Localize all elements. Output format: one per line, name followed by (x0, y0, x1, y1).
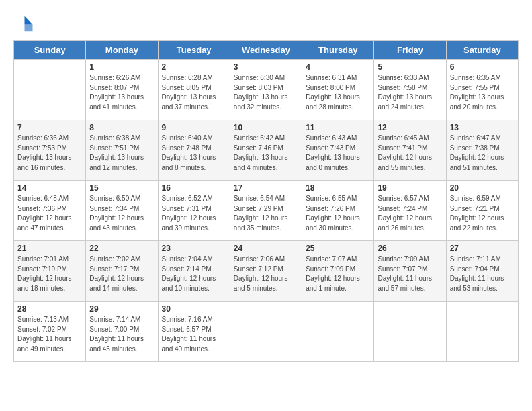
calendar-cell: 8Sunrise: 6:38 AM Sunset: 7:51 PM Daylig… (86, 120, 158, 181)
day-number: 10 (234, 123, 298, 132)
day-info: Sunrise: 7:02 AM Sunset: 7:17 PM Dayligh… (89, 255, 154, 293)
day-number: 18 (306, 183, 370, 193)
day-number: 19 (378, 183, 442, 193)
calendar-cell: 7Sunrise: 6:36 AM Sunset: 7:53 PM Daylig… (14, 120, 86, 181)
day-info: Sunrise: 6:52 AM Sunset: 7:31 PM Dayligh… (162, 194, 226, 233)
day-info: Sunrise: 6:33 AM Sunset: 7:58 PM Dayligh… (378, 73, 442, 112)
svg-marker-0 (25, 16, 33, 25)
calendar-cell: 6Sunrise: 6:35 AM Sunset: 7:55 PM Daylig… (446, 60, 518, 120)
calendar-cell: 1Sunrise: 6:26 AM Sunset: 8:07 PM Daylig… (86, 60, 158, 120)
weekday-header-thursday: Thursday (302, 41, 374, 60)
day-info: Sunrise: 7:16 AM Sunset: 6:57 PM Dayligh… (162, 315, 226, 354)
day-info: Sunrise: 7:14 AM Sunset: 7:00 PM Dayligh… (89, 315, 154, 354)
week-row-1: 1Sunrise: 6:26 AM Sunset: 8:07 PM Daylig… (14, 60, 519, 120)
day-number: 8 (89, 123, 154, 132)
calendar-cell (14, 60, 86, 120)
day-number: 15 (89, 183, 154, 193)
day-number: 25 (306, 244, 370, 253)
day-number: 21 (17, 244, 82, 253)
calendar-cell: 29Sunrise: 7:14 AM Sunset: 7:00 PM Dayli… (86, 302, 158, 362)
calendar-cell: 22Sunrise: 7:02 AM Sunset: 7:17 PM Dayli… (86, 241, 158, 302)
calendar-cell: 28Sunrise: 7:13 AM Sunset: 7:02 PM Dayli… (14, 302, 86, 362)
day-info: Sunrise: 6:57 AM Sunset: 7:24 PM Dayligh… (378, 194, 442, 233)
calendar-cell: 19Sunrise: 6:57 AM Sunset: 7:24 PM Dayli… (374, 181, 446, 241)
day-info: Sunrise: 6:54 AM Sunset: 7:29 PM Dayligh… (234, 194, 298, 233)
weekday-header-tuesday: Tuesday (158, 41, 230, 60)
calendar-cell: 20Sunrise: 6:59 AM Sunset: 7:21 PM Dayli… (446, 181, 518, 241)
day-number: 11 (306, 123, 370, 132)
day-number: 22 (89, 244, 154, 253)
svg-marker-1 (25, 25, 33, 32)
day-info: Sunrise: 6:55 AM Sunset: 7:26 PM Dayligh… (306, 194, 370, 233)
calendar-cell (302, 302, 374, 362)
day-info: Sunrise: 6:47 AM Sunset: 7:38 PM Dayligh… (450, 134, 515, 173)
weekday-header-row: SundayMondayTuesdayWednesdayThursdayFrid… (14, 41, 519, 60)
day-info: Sunrise: 7:04 AM Sunset: 7:14 PM Dayligh… (162, 255, 226, 293)
day-info: Sunrise: 6:45 AM Sunset: 7:41 PM Dayligh… (378, 134, 442, 173)
day-info: Sunrise: 7:07 AM Sunset: 7:09 PM Dayligh… (306, 255, 370, 293)
day-info: Sunrise: 6:50 AM Sunset: 7:34 PM Dayligh… (89, 194, 154, 233)
calendar-cell: 18Sunrise: 6:55 AM Sunset: 7:26 PM Dayli… (302, 181, 374, 241)
weekday-header-sunday: Sunday (14, 41, 86, 60)
calendar-cell: 24Sunrise: 7:06 AM Sunset: 7:12 PM Dayli… (230, 241, 302, 302)
weekday-header-friday: Friday (374, 41, 446, 60)
day-info: Sunrise: 6:35 AM Sunset: 7:55 PM Dayligh… (450, 73, 515, 112)
day-info: Sunrise: 7:09 AM Sunset: 7:07 PM Dayligh… (378, 255, 442, 293)
day-number: 5 (378, 62, 442, 72)
calendar-cell: 25Sunrise: 7:07 AM Sunset: 7:09 PM Dayli… (302, 241, 374, 302)
day-info: Sunrise: 6:30 AM Sunset: 8:03 PM Dayligh… (234, 73, 298, 112)
calendar-cell: 5Sunrise: 6:33 AM Sunset: 7:58 PM Daylig… (374, 60, 446, 120)
calendar-cell: 2Sunrise: 6:28 AM Sunset: 8:05 PM Daylig… (158, 60, 230, 120)
day-info: Sunrise: 6:48 AM Sunset: 7:36 PM Dayligh… (17, 194, 82, 233)
day-info: Sunrise: 6:36 AM Sunset: 7:53 PM Dayligh… (17, 134, 82, 173)
calendar-cell: 17Sunrise: 6:54 AM Sunset: 7:29 PM Dayli… (230, 181, 302, 241)
day-info: Sunrise: 6:43 AM Sunset: 7:43 PM Dayligh… (306, 134, 370, 173)
weekday-header-saturday: Saturday (446, 41, 518, 60)
day-number: 6 (450, 62, 515, 72)
day-number: 16 (162, 183, 226, 193)
day-number: 14 (17, 183, 82, 193)
day-number: 24 (234, 244, 298, 253)
calendar-cell: 21Sunrise: 7:01 AM Sunset: 7:19 PM Dayli… (14, 241, 86, 302)
week-row-3: 14Sunrise: 6:48 AM Sunset: 7:36 PM Dayli… (14, 181, 519, 241)
calendar-cell (230, 302, 302, 362)
calendar-cell (374, 302, 446, 362)
day-info: Sunrise: 6:31 AM Sunset: 8:00 PM Dayligh… (306, 73, 370, 112)
calendar-cell: 3Sunrise: 6:30 AM Sunset: 8:03 PM Daylig… (230, 60, 302, 120)
calendar-cell: 13Sunrise: 6:47 AM Sunset: 7:38 PM Dayli… (446, 120, 518, 181)
calendar-cell: 11Sunrise: 6:43 AM Sunset: 7:43 PM Dayli… (302, 120, 374, 181)
week-row-2: 7Sunrise: 6:36 AM Sunset: 7:53 PM Daylig… (14, 120, 519, 181)
day-info: Sunrise: 6:26 AM Sunset: 8:07 PM Dayligh… (89, 73, 154, 112)
day-info: Sunrise: 6:28 AM Sunset: 8:05 PM Dayligh… (162, 73, 226, 112)
calendar-cell: 4Sunrise: 6:31 AM Sunset: 8:00 PM Daylig… (302, 60, 374, 120)
day-number: 12 (378, 123, 442, 132)
page-header (13, 13, 519, 34)
day-number: 27 (450, 244, 515, 253)
calendar-cell: 16Sunrise: 6:52 AM Sunset: 7:31 PM Dayli… (158, 181, 230, 241)
calendar-cell: 27Sunrise: 7:11 AM Sunset: 7:04 PM Dayli… (446, 241, 518, 302)
day-number: 23 (162, 244, 226, 253)
day-number: 2 (162, 62, 226, 72)
day-number: 3 (234, 62, 298, 72)
calendar-cell: 10Sunrise: 6:42 AM Sunset: 7:46 PM Dayli… (230, 120, 302, 181)
day-number: 20 (450, 183, 515, 193)
day-info: Sunrise: 6:42 AM Sunset: 7:46 PM Dayligh… (234, 134, 298, 173)
calendar-cell: 14Sunrise: 6:48 AM Sunset: 7:36 PM Dayli… (14, 181, 86, 241)
week-row-5: 28Sunrise: 7:13 AM Sunset: 7:02 PM Dayli… (14, 302, 519, 362)
day-number: 28 (17, 304, 82, 314)
calendar-cell: 30Sunrise: 7:16 AM Sunset: 6:57 PM Dayli… (158, 302, 230, 362)
day-info: Sunrise: 7:13 AM Sunset: 7:02 PM Dayligh… (17, 315, 82, 354)
calendar-cell: 23Sunrise: 7:04 AM Sunset: 7:14 PM Dayli… (158, 241, 230, 302)
day-info: Sunrise: 6:38 AM Sunset: 7:51 PM Dayligh… (89, 134, 154, 173)
day-number: 1 (89, 62, 154, 72)
day-info: Sunrise: 6:59 AM Sunset: 7:21 PM Dayligh… (450, 194, 515, 233)
weekday-header-wednesday: Wednesday (230, 41, 302, 60)
day-number: 26 (378, 244, 442, 253)
day-info: Sunrise: 7:11 AM Sunset: 7:04 PM Dayligh… (450, 255, 515, 293)
day-number: 9 (162, 123, 226, 132)
day-number: 29 (89, 304, 154, 314)
week-row-4: 21Sunrise: 7:01 AM Sunset: 7:19 PM Dayli… (14, 241, 519, 302)
logo-icon (13, 13, 34, 34)
calendar-cell: 26Sunrise: 7:09 AM Sunset: 7:07 PM Dayli… (374, 241, 446, 302)
logo (13, 13, 35, 34)
